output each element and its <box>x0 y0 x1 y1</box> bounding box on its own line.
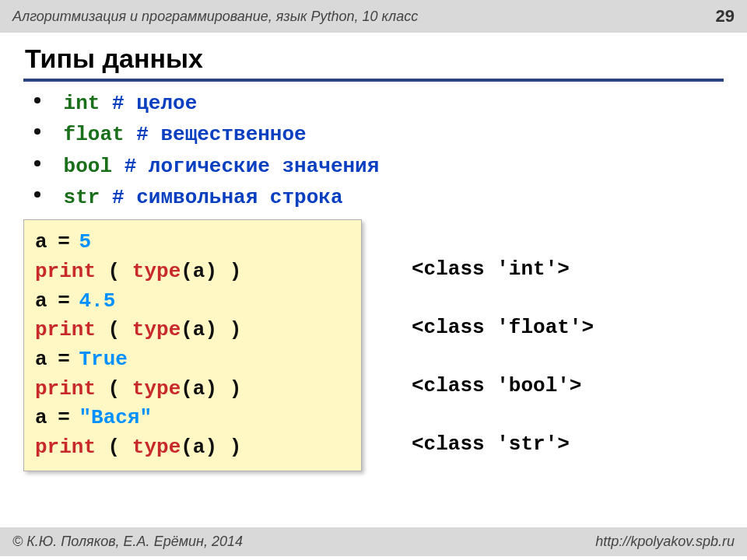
code-paren: ) <box>217 318 241 341</box>
code-paren: ( <box>96 377 132 401</box>
code-arg: (a) <box>181 436 217 459</box>
list-item: str # символьная строка <box>34 182 724 213</box>
code-line: print ( type(a) ) <box>35 375 347 404</box>
code-eq: = <box>47 289 79 313</box>
code-line: a = 5 <box>35 228 347 257</box>
type-keyword: int <box>64 92 100 115</box>
type-comment: # логические значения <box>124 155 380 178</box>
outputs: <class 'int'> <class 'float'> <class 'bo… <box>362 219 594 488</box>
code-arg: (a) <box>181 377 217 401</box>
code-line: print ( type(a) ) <box>35 316 347 345</box>
code-fn: type <box>132 436 181 459</box>
code-call: print <box>35 436 96 459</box>
code-eq: = <box>47 406 79 429</box>
type-comment: # вещественное <box>136 123 306 146</box>
code-paren: ) <box>217 260 241 283</box>
code-eq: = <box>47 348 79 371</box>
type-keyword: str <box>64 186 100 209</box>
code-row: a = 5 print ( type(a) ) a = 4.5 print ( … <box>23 219 724 488</box>
code-line: print ( type(a) ) <box>35 257 347 287</box>
code-paren: ( <box>96 260 132 283</box>
code-line: a = "Вася" <box>35 404 347 433</box>
code-arg: (a) <box>181 318 217 341</box>
code-fn: type <box>132 318 181 341</box>
spacer <box>124 123 137 146</box>
code-call: print <box>35 318 96 341</box>
type-keyword: float <box>64 123 124 146</box>
type-comment: # символьная строка <box>112 186 342 209</box>
bullet-icon <box>34 97 40 103</box>
code-value: 5 <box>79 230 91 254</box>
spacer <box>112 155 124 178</box>
page-number: 29 <box>716 6 735 26</box>
type-comment: # целое <box>112 92 197 115</box>
code-box: a = 5 print ( type(a) ) a = 4.5 print ( … <box>23 219 362 471</box>
spacer <box>100 92 112 115</box>
code-call: print <box>35 377 96 401</box>
code-call: print <box>35 260 96 283</box>
breadcrumb: Алгоритмизация и программирование, язык … <box>12 9 418 25</box>
output-line: <class 'float'> <box>412 313 594 372</box>
code-var: a <box>35 348 47 371</box>
output-line: <class 'int'> <box>412 255 594 313</box>
footer-credit: © К.Ю. Поляков, Е.А. Ерёмин, 2014 <box>12 534 243 550</box>
code-line: a = 4.5 <box>35 287 347 317</box>
code-fn: type <box>132 377 181 401</box>
list-item: float # вещественное <box>34 119 724 150</box>
bullet-icon <box>34 128 40 135</box>
code-value: 4.5 <box>79 289 115 313</box>
output-line: <class 'str'> <box>412 430 594 488</box>
code-paren: ) <box>217 377 241 401</box>
code-var: a <box>35 406 47 429</box>
bullet-icon <box>34 191 40 198</box>
code-paren: ( <box>96 436 132 459</box>
footer-bar: © К.Ю. Поляков, Е.А. Ерёмин, 2014 http:/… <box>0 527 747 556</box>
code-paren: ) <box>217 436 241 459</box>
code-paren: ( <box>96 318 132 341</box>
slide-content: Типы данных int # целое float # веществе… <box>0 33 747 496</box>
code-value: True <box>79 348 127 371</box>
spacer <box>100 186 112 209</box>
code-arg: (a) <box>181 260 217 283</box>
footer-url: http://kpolyakov.spb.ru <box>595 534 735 550</box>
header-bar: Алгоритмизация и программирование, язык … <box>0 0 747 33</box>
code-fn: type <box>132 260 181 283</box>
list-item: int # целое <box>34 88 724 119</box>
code-var: a <box>35 230 47 254</box>
types-list: int # целое float # вещественное bool # … <box>23 88 724 213</box>
code-line: a = True <box>35 345 347 375</box>
slide-title: Типы данных <box>23 40 724 82</box>
code-eq: = <box>47 230 79 254</box>
code-line: print ( type(a) ) <box>35 433 347 463</box>
type-keyword: bool <box>64 155 112 178</box>
output-line: <class 'bool'> <box>412 372 594 430</box>
bullet-icon <box>34 160 40 166</box>
code-value: "Вася" <box>79 406 152 429</box>
code-var: a <box>35 289 47 313</box>
list-item: bool # логические значения <box>34 151 724 182</box>
